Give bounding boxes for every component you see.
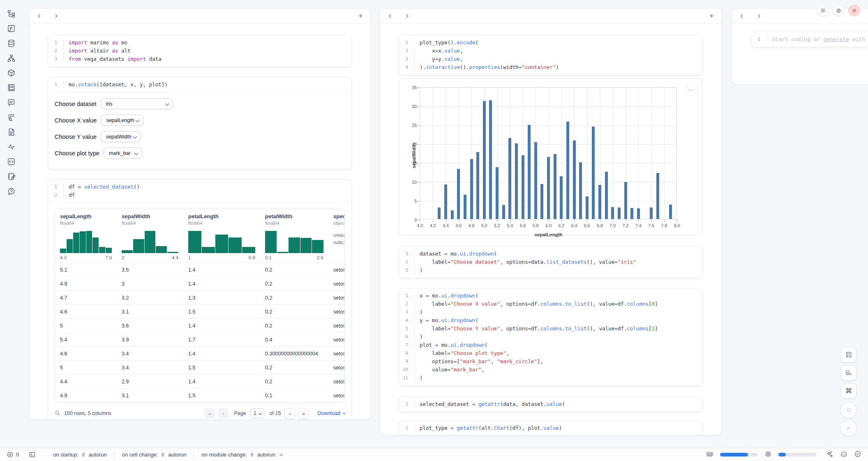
ai-sparkle-icon[interactable] (826, 450, 833, 459)
runtime-config-on-module-change[interactable]: on module change:autorun (194, 451, 289, 459)
column-header-sepalWidth[interactable]: sepalWidthfloat6424.4 (117, 209, 183, 263)
table-row[interactable]: 5.13.51.40.2setosa (55, 263, 344, 277)
table-row[interactable]: 4.93.11.50.1setosa (55, 388, 344, 402)
generate-with-ai-link[interactable]: generate (823, 36, 849, 42)
table-row[interactable]: 53.61.40.2setosa (55, 318, 344, 332)
column-header-species[interactable]: speciesobjectunique:nulls: (328, 209, 344, 263)
chart-bar (483, 101, 486, 219)
table-cell: 0.2 (260, 323, 328, 329)
column-header-petalLength[interactable]: petalLengthfloat6416.9 (183, 209, 260, 263)
fold-chevron-icon[interactable]: ⌄ (408, 341, 413, 349)
runtime-config-on-startup[interactable]: on startup:autorun (46, 451, 114, 459)
table-cell: 4.4 (55, 379, 117, 385)
table-row[interactable]: 4.73.21.30.2setosa (55, 290, 344, 304)
expand-right-icon[interactable] (404, 13, 410, 19)
table-row[interactable]: 4.931.40.2setosa (55, 277, 344, 290)
fold-chevron-icon[interactable]: ⌄ (408, 250, 413, 258)
table-cell: 0.2 (260, 281, 328, 287)
menu-button[interactable] (817, 5, 829, 16)
code-editor[interactable]: 1mo.vstack([dataset, x, y, plot]) (48, 77, 351, 92)
outline-icon[interactable] (7, 83, 16, 92)
choose-plot-type-select[interactable]: mark_bar (104, 148, 142, 159)
choose-dataset-select[interactable]: iris (101, 98, 173, 109)
column-header-sepalLength[interactable]: sepalLengthfloat644.37.9 (55, 209, 117, 263)
dependencies-icon[interactable] (7, 53, 16, 62)
altair-chart-output[interactable]: 4.04.24.44.64.85.05.25.45.65.86.06.26.46… (399, 78, 703, 235)
table-cell: 5 (55, 365, 117, 371)
choose-y-value-select[interactable]: sepalWidth (101, 131, 141, 142)
fold-chevron-icon[interactable]: ⌄ (408, 316, 413, 325)
packages-icon[interactable] (7, 68, 16, 77)
expand-right-icon[interactable] (756, 13, 762, 19)
save-button[interactable] (841, 347, 856, 362)
table-cell: 1.4 (183, 379, 260, 385)
collapse-left-icon[interactable] (388, 13, 393, 19)
cell-empty: 1 Start coding or generate with AI. (751, 32, 868, 47)
table-row[interactable]: 4.63.11.50.2setosa (55, 304, 344, 318)
connection-status-icon[interactable] (854, 450, 861, 459)
code-editor[interactable]: 1 Start coding or generate with AI. (751, 32, 868, 47)
fold-chevron-icon[interactable]: ⌄ (408, 39, 413, 47)
code-editor[interactable]: 1⌄dataset = mo.ui.dropdown(2 label="Choo… (399, 247, 702, 278)
table-row[interactable]: 53.41.50.2setosa (55, 360, 344, 374)
keyboard-shortcuts-button[interactable]: ⌘ (841, 383, 856, 399)
help-icon[interactable] (7, 187, 16, 196)
chat-icon[interactable] (7, 98, 16, 107)
column-stats: unique:nulls: (333, 231, 339, 246)
tracing-icon[interactable] (7, 142, 16, 151)
table-cell: 3.4 (117, 365, 183, 371)
line-number: 2 (405, 258, 408, 266)
page-select[interactable]: 1 (250, 408, 264, 418)
code-editor[interactable]: 1plot_type = getattr(alt.Chart(df), plot… (399, 421, 702, 435)
choose-x-value-select[interactable]: sepalLength (101, 115, 143, 126)
add-cell-button[interactable]: + (709, 12, 714, 20)
code-editor[interactable]: 1selected_dataset = getattr(data, datase… (399, 397, 702, 412)
copilot-icon[interactable] (840, 450, 847, 459)
control-row: Choose Y valuesepalWidth (55, 131, 345, 142)
search-icon[interactable] (55, 410, 60, 417)
code-editor[interactable]: 1⌄plot_type().encode(2 x=x.value,3 y=y.v… (399, 35, 702, 75)
snippets-icon[interactable] (7, 157, 16, 166)
code-editor[interactable]: 1df = selected_dataset()2df (48, 180, 351, 203)
documentation-icon[interactable] (7, 127, 16, 136)
table-cell: setosa (328, 351, 344, 357)
table-row[interactable]: 4.63.41.40.30000000000000004setosa (55, 346, 344, 360)
chart-bar (522, 155, 524, 219)
interrupt-button[interactable] (840, 402, 857, 418)
scratchpad-icon[interactable] (7, 172, 16, 181)
circle-x-icon (7, 451, 14, 458)
functions-icon[interactable] (7, 24, 16, 33)
runtime-config-on-cell-change[interactable]: on cell change:autorun (114, 451, 194, 459)
chart-bar (554, 154, 556, 219)
prev-page-button[interactable]: ‹ (218, 408, 229, 419)
logs-icon[interactable] (7, 113, 16, 122)
table-row[interactable]: 4.42.91.40.2setosa (55, 374, 344, 388)
settings-gear-button[interactable]: ⚙ (833, 5, 845, 16)
chart-menu-button[interactable]: ••• (685, 84, 697, 96)
shutdown-button[interactable]: ✕ (848, 5, 860, 16)
file-explorer-icon[interactable] (7, 9, 16, 18)
add-cell-button[interactable]: + (358, 12, 363, 20)
layout-select-button[interactable] (841, 365, 856, 380)
table-row[interactable]: 5.43.91.70.4setosa (55, 332, 344, 346)
control-row: Choose X valuesepalLength (55, 115, 345, 126)
chart-bar (624, 182, 627, 219)
terminal-button[interactable] (29, 451, 36, 458)
y-axis-title: sepalWidth (411, 143, 416, 168)
code-editor[interactable]: 1⌄x = mo.ui.dropdown(2 label="Choose X v… (399, 288, 702, 385)
expand-right-icon[interactable] (53, 13, 59, 19)
collapse-left-icon[interactable] (739, 13, 745, 19)
column-header-petalWidth[interactable]: petalWidthfloat640.12.5 (260, 209, 328, 263)
terminal-icon (29, 451, 36, 458)
fold-chevron-icon[interactable]: ⌄ (408, 292, 413, 300)
errors-indicator[interactable]: 0 (7, 451, 19, 458)
next-page-button[interactable]: › (284, 408, 295, 419)
download-button[interactable]: Download (317, 410, 345, 416)
last-page-button[interactable]: » (298, 408, 309, 419)
collapse-left-icon[interactable] (37, 13, 42, 19)
first-page-button[interactable]: « (204, 408, 215, 419)
line-number: 3 (405, 55, 408, 63)
run-all-button[interactable] (840, 420, 857, 436)
datasources-icon[interactable] (7, 39, 16, 48)
code-editor[interactable]: 1import marimo as mo2import altair as al… (48, 35, 351, 67)
